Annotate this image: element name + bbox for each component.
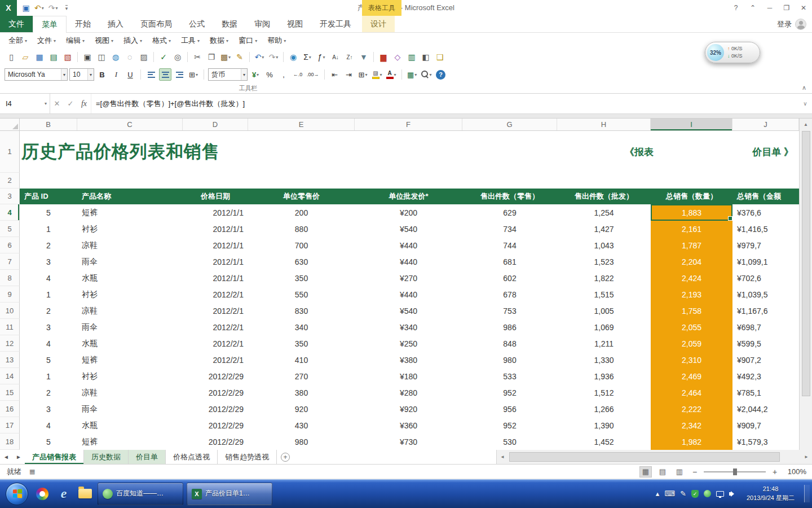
cell[interactable]: ¥250 xyxy=(355,335,462,352)
cell[interactable]: 848 xyxy=(462,335,557,352)
taskbar-app-button[interactable]: X产品价目单1… xyxy=(187,483,272,505)
hidden-icons-button[interactable]: ▴ xyxy=(656,489,660,498)
browser-360-icon[interactable] xyxy=(33,483,52,505)
pivot-table-button[interactable]: ▥ xyxy=(405,50,418,64)
cell[interactable]: 2,059 xyxy=(651,335,732,352)
cell[interactable]: 2,464 xyxy=(651,384,732,401)
cell[interactable]: 920 xyxy=(248,401,355,417)
cell[interactable]: 2012/2/29 xyxy=(183,368,248,384)
cell[interactable]: ¥1,167,6 xyxy=(732,303,799,319)
menu-item[interactable]: 文件▾ xyxy=(32,33,61,49)
increase-decimal-button[interactable]: ←.0 xyxy=(292,68,304,81)
cell[interactable]: 2012/2/1 xyxy=(183,319,248,335)
italic-button[interactable]: I xyxy=(110,68,122,81)
ribbon-display-options-button[interactable]: ⌃ xyxy=(744,0,761,16)
name-box[interactable]: I4 ▾ xyxy=(0,94,50,113)
column-header-F[interactable]: F xyxy=(355,119,462,130)
row-header-17[interactable]: 17 xyxy=(0,417,20,433)
undo-button[interactable]: ↶▾ xyxy=(33,2,46,14)
cell[interactable]: 550 xyxy=(248,286,355,303)
row-header-14[interactable]: 14 xyxy=(0,368,20,384)
cell[interactable]: 2,204 xyxy=(651,253,732,270)
cell[interactable]: ¥979,7 xyxy=(732,237,799,253)
ribbon-tab[interactable]: 页面布局 xyxy=(132,16,180,32)
cell[interactable]: 水瓶 xyxy=(77,335,183,352)
close-file-button[interactable]: ▧ xyxy=(61,50,74,64)
font-name-select[interactable]: Microsoft Ya▾ xyxy=(5,68,68,81)
row-header-5[interactable]: 5 xyxy=(0,221,20,237)
vertical-scroll-thumb[interactable] xyxy=(802,131,810,396)
expand-formula-bar-button[interactable]: ∨ xyxy=(798,94,812,113)
cell[interactable]: 410 xyxy=(248,352,355,368)
currency-format-button[interactable]: ¥▾ xyxy=(249,68,262,81)
cell[interactable]: 1,330 xyxy=(557,352,651,368)
pen-input-icon[interactable]: ✎ xyxy=(680,489,686,498)
help-button-toolbar[interactable]: ? xyxy=(435,68,447,81)
export-button[interactable]: ▤ xyxy=(47,50,60,64)
ribbon-tab[interactable]: 公式 xyxy=(180,16,213,32)
print-preview-button[interactable]: ◫ xyxy=(95,50,108,64)
start-button[interactable] xyxy=(6,483,28,505)
increase-indent-button[interactable]: ⇥ xyxy=(343,68,355,81)
cell[interactable]: 2012/1/1 xyxy=(183,221,248,237)
help-button[interactable]: ? xyxy=(727,0,744,16)
redo-button[interactable]: ↷▾ xyxy=(267,50,280,64)
network-icon[interactable] xyxy=(716,491,724,497)
cell[interactable]: ¥540 xyxy=(355,221,462,237)
cell[interactable]: 350 xyxy=(248,270,355,286)
cell[interactable]: 雨伞 xyxy=(77,401,183,417)
confirm-entry-button[interactable]: ✓ xyxy=(64,94,77,113)
cell[interactable]: 1,069 xyxy=(557,319,651,335)
cell[interactable]: 630 xyxy=(248,253,355,270)
row-header-10[interactable]: 10 xyxy=(0,303,20,319)
cell[interactable]: 2012/2/29 xyxy=(183,384,248,401)
table-header-cell[interactable]: 总销售（数量） xyxy=(651,189,732,204)
cell[interactable]: 956 xyxy=(462,401,557,417)
table-header-cell[interactable]: 总销售（金额 xyxy=(732,189,799,204)
menu-item[interactable]: 格式▾ xyxy=(147,33,176,49)
cell[interactable]: ¥2,044,2 xyxy=(732,401,799,417)
find-select-button[interactable]: ▾ xyxy=(420,68,433,81)
cell[interactable]: 2012/2/1 xyxy=(183,286,248,303)
page-layout-view-button[interactable]: ▤ xyxy=(656,466,669,478)
find-button[interactable]: ◌ xyxy=(123,50,136,64)
cell[interactable]: 200 xyxy=(248,204,355,221)
comment-button[interactable]: ❑ xyxy=(433,50,447,64)
cell[interactable]: 凉鞋 xyxy=(77,303,183,319)
menu-item[interactable]: 视图▾ xyxy=(90,33,118,49)
cell[interactable]: ¥702,6 xyxy=(732,270,799,286)
cell[interactable]: ¥907,2 xyxy=(732,352,799,368)
cell[interactable]: 1,512 xyxy=(557,384,651,401)
cell[interactable]: ¥540 xyxy=(355,303,462,319)
cell[interactable]: 753 xyxy=(462,303,557,319)
row-header-2[interactable]: 2 xyxy=(0,173,20,189)
cell[interactable]: 3 xyxy=(20,401,77,417)
cell[interactable]: 3 xyxy=(20,253,77,270)
safety-ball-icon[interactable] xyxy=(704,490,711,497)
report-link[interactable]: 《报表 xyxy=(625,146,654,159)
save-button[interactable]: ▦ xyxy=(33,50,46,64)
sort-descending-button[interactable]: Z↑ xyxy=(343,50,356,64)
drawing-button[interactable]: ◇ xyxy=(391,50,404,64)
open-button[interactable]: ▱ xyxy=(19,50,32,64)
cell[interactable]: 衬衫 xyxy=(77,286,183,303)
row-header-15[interactable]: 15 xyxy=(0,384,20,401)
cell[interactable]: 880 xyxy=(248,221,355,237)
file-explorer-icon[interactable] xyxy=(76,483,95,505)
cell[interactable]: 水瓶 xyxy=(77,270,183,286)
insert-function-button[interactable]: fx xyxy=(77,94,91,113)
row-header-18[interactable]: 18 xyxy=(0,433,20,450)
row-header-7[interactable]: 7 xyxy=(0,253,20,270)
cell[interactable]: 雨伞 xyxy=(77,253,183,270)
row-header-16[interactable]: 16 xyxy=(0,401,20,417)
cell[interactable]: ¥440 xyxy=(355,237,462,253)
cell[interactable]: 678 xyxy=(462,286,557,303)
cell[interactable]: 2 xyxy=(20,384,77,401)
table-header-cell[interactable]: 价格日期 xyxy=(183,189,248,204)
table-header-cell[interactable]: 售出件数（零售） xyxy=(462,189,557,204)
cell[interactable]: 1,822 xyxy=(557,270,651,286)
save-button[interactable]: ▣ xyxy=(20,2,32,14)
cell[interactable]: 凉鞋 xyxy=(77,384,183,401)
undo-button[interactable]: ↶▾ xyxy=(253,50,266,64)
cell[interactable]: 530 xyxy=(462,433,557,450)
